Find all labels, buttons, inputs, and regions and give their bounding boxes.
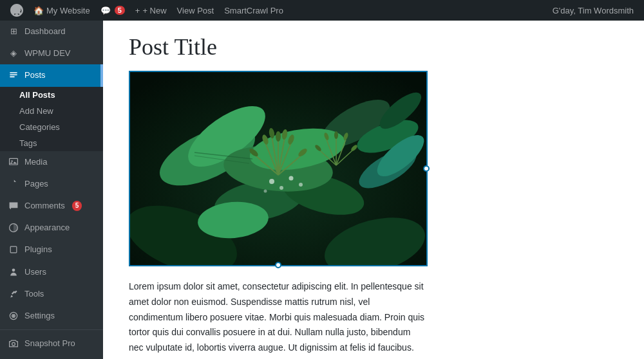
wpmudev-icon: ◈ [8, 48, 19, 59]
content-area: Post Title [103, 21, 644, 359]
resize-handle-right[interactable] [423, 165, 430, 172]
sidebar-item-snapshot-pro[interactable]: Snapshot Pro [0, 333, 103, 354]
media-label: Media [24, 156, 47, 168]
new-item[interactable]: + + New [130, 0, 172, 21]
sidebar: ⊞ Dashboard ◈ WPMU DEV Posts All Posts A… [0, 21, 103, 359]
post-title: Post Title [129, 33, 592, 60]
svg-point-28 [264, 190, 267, 193]
tools-icon [8, 288, 19, 300]
sidebar-item-dashboard[interactable]: ⊞ Dashboard [0, 21, 103, 42]
snapshot-icon [8, 338, 19, 349]
smartcrawl-label: SmartCrawl Pro [224, 6, 283, 15]
posts-icon [8, 69, 19, 81]
view-post-item[interactable]: View Post [172, 0, 220, 21]
wp-logo[interactable] [5, 4, 28, 17]
comments-icon: 💬 [100, 6, 111, 15]
sidebar-item-appearance[interactable]: Appearance [0, 217, 103, 239]
smartcrawl-item[interactable]: SmartCrawl Pro [219, 0, 289, 21]
submenu-add-new[interactable]: Add New [0, 103, 103, 119]
menu-separator-1 [0, 329, 103, 330]
sidebar-item-tools[interactable]: Tools [0, 283, 103, 305]
svg-point-1 [11, 160, 12, 161]
settings-label: Settings [24, 310, 55, 322]
submenu-categories[interactable]: Categories [0, 119, 103, 135]
pages-icon [8, 178, 19, 190]
comments-badge: 5 [72, 201, 82, 211]
svg-rect-0 [10, 158, 18, 165]
media-icon [8, 156, 19, 168]
settings-icon [8, 310, 19, 322]
pages-label: Pages [24, 178, 48, 190]
comments-label: Comments [24, 200, 65, 212]
home-icon: 🏠 [33, 6, 44, 15]
posts-label: Posts [24, 69, 46, 81]
comments-menu-icon [8, 200, 19, 212]
dashboard-label: Dashboard [24, 26, 66, 37]
dashboard-icon: ⊞ [8, 26, 19, 37]
post-featured-image [130, 72, 426, 265]
admin-bar: 🏠 My Website 💬 5 + + New View Post Smart… [0, 0, 644, 21]
appearance-icon [8, 222, 19, 234]
all-posts-label: All Posts [19, 90, 55, 100]
comments-item[interactable]: 💬 5 [95, 0, 130, 21]
submenu-tags[interactable]: Tags [0, 135, 103, 151]
svg-point-6 [12, 343, 15, 346]
site-name-label: My Website [46, 6, 90, 15]
main-layout: ⊞ Dashboard ◈ WPMU DEV Posts All Posts A… [0, 21, 644, 359]
site-name-item[interactable]: 🏠 My Website [28, 0, 95, 21]
svg-point-25 [269, 179, 274, 184]
appearance-label: Appearance [24, 222, 70, 234]
submenu-all-posts[interactable]: All Posts [0, 87, 103, 103]
svg-point-4 [12, 268, 15, 272]
sidebar-item-comments[interactable]: Comments 5 [0, 195, 103, 217]
sidebar-item-pages[interactable]: Pages [0, 173, 103, 195]
view-post-label: View Post [177, 6, 214, 15]
new-label: + New [142, 6, 166, 15]
post-content: Post Title [103, 21, 618, 359]
plus-icon: + [135, 6, 140, 15]
svg-point-27 [289, 176, 294, 181]
plugins-label: Plugins [24, 244, 52, 255]
svg-point-5 [12, 315, 14, 317]
categories-label: Categories [19, 122, 60, 132]
users-label: Users [24, 266, 46, 278]
svg-point-29 [299, 183, 303, 187]
sidebar-item-users[interactable]: Users [0, 261, 103, 283]
svg-point-50 [334, 131, 338, 139]
tools-label: Tools [24, 288, 44, 300]
wpmudev-label: WPMU DEV [24, 48, 71, 59]
tags-label: Tags [19, 138, 37, 148]
sidebar-item-settings[interactable]: Settings [0, 305, 103, 327]
comments-count-badge: 5 [115, 6, 125, 15]
add-new-label: Add New [19, 106, 53, 116]
sidebar-item-wpmudev[interactable]: ◈ WPMU DEV [0, 42, 103, 64]
post-body-text: Lorem ipsum dolor sit amet, consectetur … [129, 279, 425, 359]
snapshot-pro-label: Snapshot Pro [24, 338, 75, 349]
plugins-icon [8, 244, 19, 255]
adminbar-right: G'day, Tim Wordsmith [547, 6, 639, 15]
svg-point-26 [279, 186, 283, 190]
sidebar-item-branda-pro[interactable]: Branda Pro [0, 354, 103, 359]
resize-handle-bottom[interactable] [275, 262, 281, 268]
sidebar-item-media[interactable]: Media [0, 151, 103, 173]
post-image-container[interactable] [129, 71, 428, 266]
users-icon [8, 266, 19, 278]
svg-point-38 [276, 131, 281, 142]
sidebar-item-posts[interactable]: Posts [0, 64, 103, 86]
greeting-text[interactable]: G'day, Tim Wordsmith [547, 6, 639, 15]
svg-rect-3 [10, 247, 17, 253]
sidebar-item-plugins[interactable]: Plugins [0, 239, 103, 261]
